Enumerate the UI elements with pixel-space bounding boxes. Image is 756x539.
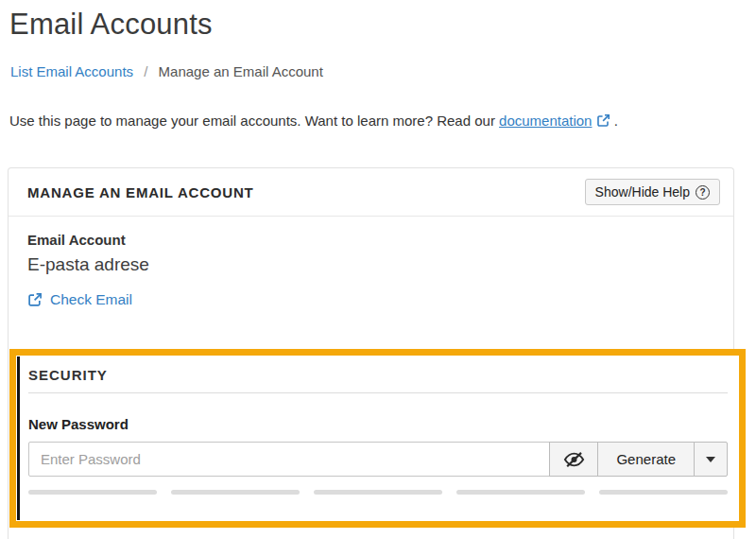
check-email-label: Check Email bbox=[50, 291, 132, 308]
security-title: SECURITY bbox=[28, 367, 728, 383]
strength-bar-segment bbox=[599, 490, 728, 495]
email-account-section: Email Account E-pasta adrese Check Email bbox=[9, 217, 733, 326]
email-accounts-page: Email Accounts List Email Accounts / Man… bbox=[0, 0, 756, 539]
strength-bar-segment bbox=[171, 490, 300, 495]
caret-down-icon bbox=[706, 457, 715, 462]
external-link-icon bbox=[27, 292, 43, 307]
eye-slash-icon bbox=[562, 450, 586, 469]
show-hide-help-button[interactable]: Show/Hide Help ? bbox=[585, 179, 720, 205]
strength-bar-segment bbox=[314, 490, 442, 495]
strength-bar-segment bbox=[28, 490, 157, 495]
generate-options-dropdown-button[interactable] bbox=[694, 442, 728, 477]
breadcrumb-separator: / bbox=[144, 63, 147, 79]
intro-text-after: . bbox=[610, 113, 618, 129]
check-email-link[interactable]: Check Email bbox=[27, 291, 132, 308]
breadcrumb-current: Manage an Email Account bbox=[159, 63, 323, 79]
security-section: SECURITY New Password Generate bbox=[16, 356, 739, 521]
generate-password-button[interactable]: Generate bbox=[597, 442, 695, 477]
show-hide-help-label: Show/Hide Help bbox=[595, 184, 690, 200]
password-strength-meter bbox=[28, 490, 728, 495]
breadcrumb: List Email Accounts / Manage an Email Ac… bbox=[10, 63, 323, 79]
intro-text: Use this page to manage your email accou… bbox=[9, 113, 618, 129]
toggle-password-visibility-button[interactable] bbox=[549, 442, 598, 477]
strength-bar-segment bbox=[456, 490, 585, 495]
new-password-label: New Password bbox=[28, 416, 728, 432]
panel-header: MANAGE AN EMAIL ACCOUNT Show/Hide Help ? bbox=[9, 168, 733, 217]
generate-label: Generate bbox=[616, 451, 676, 467]
email-account-label: Email Account bbox=[27, 232, 714, 248]
intro-text-before: Use this page to manage your email accou… bbox=[9, 113, 499, 129]
new-password-input[interactable] bbox=[28, 442, 550, 477]
security-divider bbox=[28, 392, 728, 393]
password-input-group: Generate bbox=[28, 442, 728, 477]
panel-title: MANAGE AN EMAIL ACCOUNT bbox=[27, 184, 254, 200]
question-circle-icon: ? bbox=[696, 185, 710, 200]
page-title: Email Accounts bbox=[9, 8, 213, 42]
breadcrumb-link-list-email-accounts[interactable]: List Email Accounts bbox=[10, 63, 133, 79]
documentation-link[interactable]: documentation bbox=[499, 113, 592, 129]
external-link-icon bbox=[596, 113, 610, 128]
email-account-value: E-pasta adrese bbox=[27, 254, 714, 275]
security-section-highlight: SECURITY New Password Generate bbox=[9, 349, 746, 528]
